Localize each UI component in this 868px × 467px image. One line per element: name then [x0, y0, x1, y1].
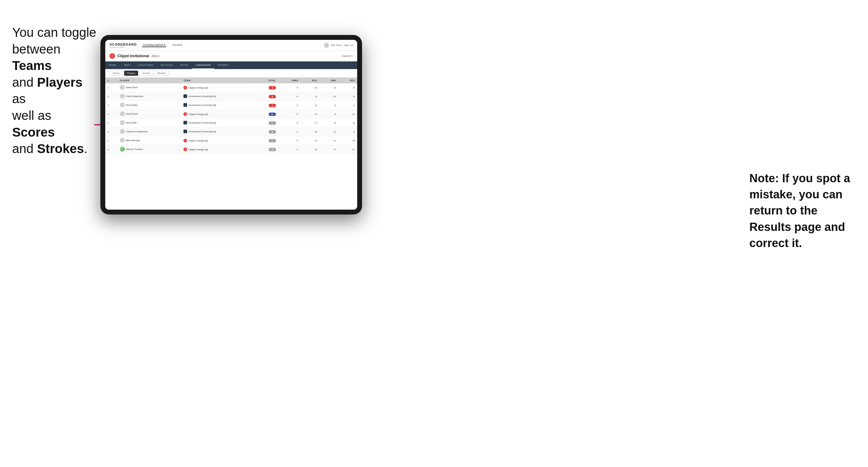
cell-rd2: +7: [319, 145, 338, 154]
tab-tee-groups[interactable]: Tee Groups: [157, 61, 177, 69]
cell-team: CClippd College [A]: [181, 136, 253, 145]
toggle-players-button[interactable]: Players: [124, 70, 138, 76]
tab-printables[interactable]: Printables: [214, 61, 232, 69]
cell-rank: 1: [105, 83, 118, 92]
cell-thru: F: [278, 136, 301, 145]
nav-link-teams[interactable]: TEAMS: [172, 43, 183, 47]
cell-player: Chris Robertson: [118, 92, 181, 101]
logo-text: SCOREBOARD: [110, 42, 136, 46]
col-rank: #: [105, 77, 118, 83]
col-thru: THRU: [278, 77, 301, 83]
table-row: 5 Rees Britt Scoreboard University [A] +…: [105, 119, 357, 127]
sign-out-link[interactable]: Sign out: [344, 44, 353, 46]
tablet-frame: SCOREBOARD Powered by clippd TOURNAMENTS…: [100, 35, 362, 215]
cell-thru: F: [278, 92, 301, 101]
cell-rd2: +2: [319, 127, 338, 136]
cell-rd3: +2: [338, 145, 357, 154]
user-avatar: T: [324, 43, 329, 48]
toggle-strokes-button[interactable]: Strokes: [154, 70, 168, 76]
tournament-header: C Clippd Invitational (Men) Cancel ×: [105, 51, 357, 61]
cell-rank: 2: [105, 92, 118, 101]
cell-rd3: +3: [338, 110, 357, 119]
tournament-title: C Clippd Invitational (Men): [110, 53, 159, 59]
cell-rd1: +1: [301, 101, 319, 110]
cell-player: Blair McHarg: [118, 136, 181, 145]
tournament-logo: C: [110, 53, 115, 59]
tab-teams[interactable]: Teams: [120, 61, 134, 69]
nav-right: T Test User | Sign out: [324, 43, 353, 48]
cell-team: CClippd College [A]: [181, 145, 253, 154]
cell-total: +11: [253, 145, 278, 154]
tablet-screen: SCOREBOARD Powered by clippd TOURNAMENTS…: [105, 40, 357, 210]
cell-rank: 5: [105, 119, 118, 127]
cell-rank: 6: [105, 127, 118, 136]
cell-player: Rich Butler: [118, 101, 181, 110]
cell-thru: F: [278, 110, 301, 119]
cell-player: Marcus Turners: [118, 145, 181, 154]
cell-rd2: -6: [319, 83, 338, 92]
cell-rd1: +2: [301, 145, 319, 154]
cell-player: David Ford: [118, 110, 181, 119]
cell-rank: 8: [105, 145, 118, 154]
cell-rd1: -5: [301, 92, 319, 101]
cell-rd3: -5: [338, 83, 357, 92]
table-row: 7 Blair McHarg CClippd College [A] +6 F …: [105, 136, 357, 145]
leaderboard-table: # PLAYER TEAM TOTAL THRU RD1 RD2 RD3 1 E…: [105, 77, 357, 210]
players-table: # PLAYER TEAM TOTAL THRU RD1 RD2 RD3 1 E…: [105, 77, 357, 154]
cell-total: +6: [253, 136, 278, 145]
cell-rd2: -4: [319, 110, 338, 119]
table-row: 1 Elliot Ebert CClippd College [A] -8 F …: [105, 83, 357, 92]
cell-player: Rees Britt: [118, 119, 181, 127]
table-row: 8 Marcus Turners CClippd College [A] +11…: [105, 145, 357, 154]
logo-area: SCOREBOARD Powered by clippd: [110, 42, 136, 48]
bold-scores: Scores: [12, 125, 55, 139]
cell-total: -8: [253, 83, 278, 92]
cell-thru: F: [278, 119, 301, 127]
cell-thru: F: [278, 145, 301, 154]
cell-rd2: -2: [319, 101, 338, 110]
bold-strokes: Strokes: [37, 142, 84, 156]
tab-results[interactable]: Results: [177, 61, 192, 69]
cell-rd1: +2: [301, 136, 319, 145]
tab-details[interactable]: Details: [105, 61, 120, 69]
user-name: Test User |: [331, 44, 342, 46]
cell-team: CClippd College [A]: [181, 83, 253, 92]
col-rd1: RD1: [301, 77, 319, 83]
left-annotation: You can toggle between Teams and Players…: [12, 24, 97, 157]
cell-rank: 4: [105, 110, 118, 119]
cell-rd1: +1: [301, 119, 319, 127]
cell-team: Scoreboard University [A]: [181, 127, 253, 136]
cell-rd3: +6: [338, 136, 357, 145]
tournament-gender: (Men): [152, 55, 159, 58]
cell-rd3: -1: [338, 101, 357, 110]
nav-link-tournaments[interactable]: TOURNAMENTS: [142, 43, 166, 47]
sub-tabs: Details Teams Course Setup Tee Groups Re…: [105, 61, 357, 69]
cell-rank: 3: [105, 101, 118, 110]
bold-teams: Teams: [12, 58, 52, 73]
cell-team: CClippd College [A]: [181, 110, 253, 119]
cell-team: Scoreboard University [A]: [181, 92, 253, 101]
tab-course-setup[interactable]: Course Setup: [134, 61, 157, 69]
cell-total: -2: [253, 101, 278, 110]
tournament-name: Clippd Invitational: [118, 54, 149, 58]
top-nav: SCOREBOARD Powered by clippd TOURNAMENTS…: [105, 40, 357, 51]
table-row: 3 Rich Butler Scoreboard University [A] …: [105, 101, 357, 110]
cell-rd3: -4: [338, 92, 357, 101]
toggle-teams-button[interactable]: Teams: [110, 70, 123, 76]
col-rd2: RD2: [319, 77, 338, 83]
cell-total: -4: [253, 92, 278, 101]
cell-team: Scoreboard University [A]: [181, 101, 253, 110]
table-row: 2 Chris Robertson Scoreboard University …: [105, 92, 357, 101]
cell-thru: F: [278, 127, 301, 136]
right-annotation: Note: If you spot a mistake, you can ret…: [749, 170, 856, 251]
nav-links: TOURNAMENTS TEAMS: [142, 43, 324, 47]
table-row: 4 David Ford CClippd College [A] E F +1 …: [105, 110, 357, 119]
cell-total: E: [253, 110, 278, 119]
cancel-button[interactable]: Cancel ×: [342, 55, 353, 58]
cell-player: Cameron Robertson: [118, 127, 181, 136]
toggle-scores-button[interactable]: Scores: [140, 70, 153, 76]
cell-thru: F: [278, 101, 301, 110]
tab-leaderboards[interactable]: Leaderboards: [192, 61, 214, 69]
cell-rd3: -1: [338, 127, 357, 136]
table-row: 6 Cameron Robertson Scoreboard Universit…: [105, 127, 357, 136]
